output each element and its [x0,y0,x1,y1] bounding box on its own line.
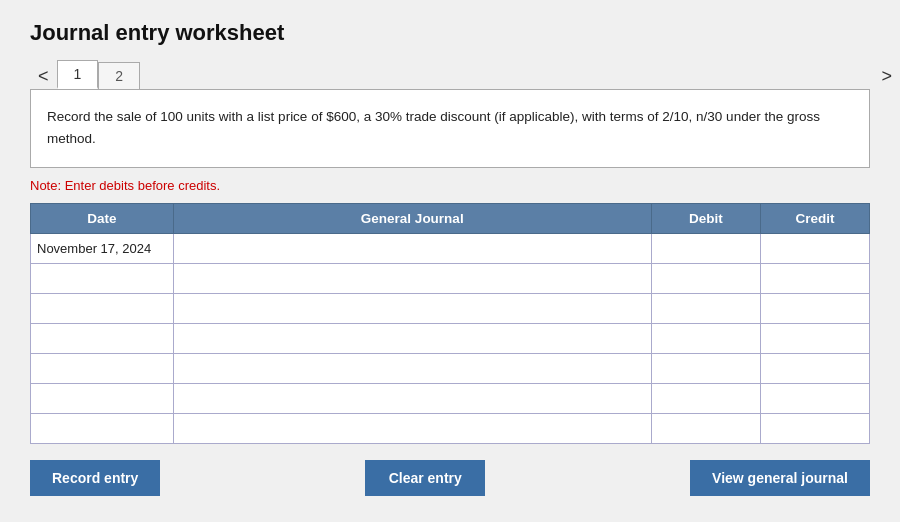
cell-date-0[interactable]: November 17, 2024 [31,234,174,264]
cell-credit-1[interactable] [760,264,869,294]
cell-debit-5[interactable] [651,384,760,414]
table-row: November 17, 2024 [31,234,870,264]
table-row [31,354,870,384]
cell-credit-6[interactable] [760,414,869,444]
cell-date-5[interactable] [31,384,174,414]
header-date: Date [31,204,174,234]
cell-debit-4[interactable] [651,354,760,384]
tab-1[interactable]: 1 [57,60,99,89]
journal-table: Date General Journal Debit Credit Novemb… [30,203,870,444]
cell-date-6[interactable] [31,414,174,444]
cell-journal-6[interactable] [173,414,651,444]
header-debit: Debit [651,204,760,234]
next-arrow[interactable]: > [873,63,900,89]
clear-entry-button[interactable]: Clear entry [365,460,485,496]
cell-journal-1[interactable] [173,264,651,294]
header-credit: Credit [760,204,869,234]
table-row [31,414,870,444]
view-journal-button[interactable]: View general journal [690,460,870,496]
page-title: Journal entry worksheet [30,20,870,46]
tab-row: < 1 2 > [30,60,870,89]
table-row [31,264,870,294]
description-box: Record the sale of 100 units with a list… [30,89,870,168]
cell-credit-0[interactable] [760,234,869,264]
cell-journal-3[interactable] [173,324,651,354]
cell-credit-4[interactable] [760,354,869,384]
cell-journal-4[interactable] [173,354,651,384]
cell-credit-2[interactable] [760,294,869,324]
cell-journal-0[interactable] [173,234,651,264]
tab-2[interactable]: 2 [98,62,140,89]
page-wrapper: Journal entry worksheet < 1 2 > Record t… [0,0,900,522]
cell-debit-1[interactable] [651,264,760,294]
cell-credit-3[interactable] [760,324,869,354]
cell-date-2[interactable] [31,294,174,324]
buttons-row: Record entry Clear entry View general jo… [30,460,870,496]
table-row [31,324,870,354]
header-journal: General Journal [173,204,651,234]
description-text: Record the sale of 100 units with a list… [47,106,853,149]
table-row [31,294,870,324]
note-text: Note: Enter debits before credits. [30,178,870,193]
cell-debit-0[interactable] [651,234,760,264]
cell-debit-6[interactable] [651,414,760,444]
prev-arrow[interactable]: < [30,63,57,89]
cell-date-4[interactable] [31,354,174,384]
cell-debit-2[interactable] [651,294,760,324]
cell-date-1[interactable] [31,264,174,294]
cell-journal-2[interactable] [173,294,651,324]
cell-credit-5[interactable] [760,384,869,414]
cell-date-3[interactable] [31,324,174,354]
record-entry-button[interactable]: Record entry [30,460,160,496]
cell-debit-3[interactable] [651,324,760,354]
cell-journal-5[interactable] [173,384,651,414]
table-row [31,384,870,414]
